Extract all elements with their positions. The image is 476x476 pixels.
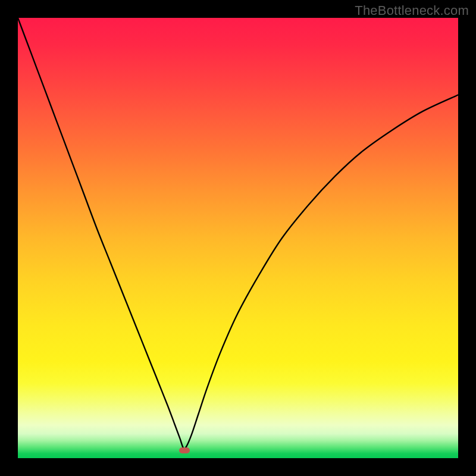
frame: TheBottleneck.com <box>0 0 476 476</box>
watermark-text: TheBottleneck.com <box>355 3 469 18</box>
bottleneck-curve <box>18 18 458 449</box>
minimum-marker <box>179 447 190 453</box>
plot-area <box>18 18 458 458</box>
curve-layer <box>18 18 458 458</box>
